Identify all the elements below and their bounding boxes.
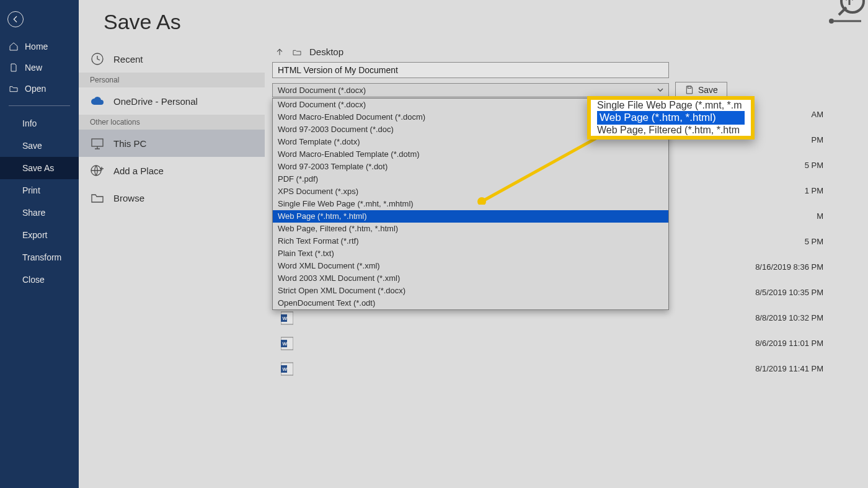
file-date: AM — [812, 110, 824, 119]
new-doc-icon — [9, 63, 19, 73]
word-doc-icon: W — [272, 336, 302, 351]
file-date: 1 PM — [805, 186, 823, 195]
nav-label: Share — [22, 208, 45, 218]
save-panel: Desktop Word Document (*.docx) Save Wor — [265, 39, 868, 488]
file-type-option[interactable]: Plain Text (*.txt) — [273, 247, 668, 260]
nav-label: Export — [22, 230, 47, 240]
svg-text:W: W — [283, 341, 288, 347]
file-type-selected: Word Document (*.docx) — [278, 86, 366, 95]
word-doc-icon: W — [272, 362, 302, 376]
nav-transform[interactable]: Transform — [0, 246, 79, 268]
file-type-option[interactable]: XPS Document (*.xps) — [273, 185, 668, 198]
word-doc-icon: W — [272, 311, 302, 326]
location-label: Browse — [113, 193, 144, 203]
location-browse[interactable]: Browse — [79, 184, 265, 211]
nav-save-as[interactable]: Save As — [0, 157, 79, 179]
nav-open[interactable]: Open — [0, 78, 79, 99]
nav-label: Save As — [22, 163, 54, 173]
location-this-pc[interactable]: This PC — [79, 130, 265, 157]
nav-close[interactable]: Close — [0, 268, 79, 291]
svg-text:W: W — [283, 316, 288, 321]
location-onedrive[interactable]: OneDrive - Personal — [79, 87, 265, 115]
nav-share[interactable]: Share — [0, 202, 79, 224]
nav-label: Info — [22, 118, 37, 128]
home-icon — [9, 42, 19, 51]
cloud-icon — [90, 94, 105, 109]
file-row[interactable]: W8/1/2019 11:41 PM — [272, 356, 861, 381]
zoom-callout: Single File Web Page (*.mnt, *.m Web Pag… — [587, 96, 755, 140]
nav-home[interactable]: Home — [0, 36, 79, 57]
svg-rect-1 — [92, 139, 103, 146]
nav-export[interactable]: Export — [0, 224, 79, 246]
path-row: Desktop — [272, 44, 861, 62]
callout-line-above: Single File Web Page (*.mnt, *.m — [597, 100, 745, 111]
back-button[interactable] — [7, 11, 24, 27]
nav-new[interactable]: New — [0, 57, 79, 78]
svg-text:W: W — [283, 366, 288, 372]
file-type-option[interactable]: OpenDocument Text (*.odt) — [273, 297, 668, 309]
file-date: M — [817, 211, 823, 221]
globe-plus-icon — [90, 163, 105, 178]
callout-line-selected: Web Page (*.htm, *.html) — [597, 111, 745, 125]
location-panel: Recent Personal OneDrive - Personal Othe… — [79, 39, 265, 488]
file-type-select[interactable]: Word Document (*.docx) — [272, 83, 669, 97]
save-icon — [684, 85, 694, 95]
backstage-sidebar: Home New Open Info Save Save As Print Sh… — [0, 0, 79, 488]
file-type-option[interactable]: PDF (*.pdf) — [273, 173, 668, 185]
filename-input[interactable] — [272, 62, 669, 78]
save-button-label: Save — [698, 85, 718, 95]
nav-info[interactable]: Info — [0, 112, 79, 135]
nav-label: New — [25, 63, 42, 73]
file-type-option[interactable]: Single File Web Page (*.mht, *.mhtml) — [273, 198, 668, 210]
file-type-option[interactable]: Web Page, Filtered (*.htm, *.html) — [273, 223, 668, 235]
file-date: PM — [812, 135, 824, 144]
callout-line-below: Web Page, Filtered (*.htm, *.htm — [597, 125, 745, 136]
location-label: Add a Place — [113, 166, 164, 176]
file-date: 8/16/2019 8:36 PM — [755, 262, 823, 272]
nav-separator — [9, 105, 70, 106]
nav-label: Transform — [22, 252, 61, 262]
file-date: 8/5/2019 10:35 PM — [755, 288, 823, 297]
file-date: 8/8/2019 10:32 PM — [755, 313, 823, 322]
open-folder-icon — [9, 84, 19, 94]
pc-icon — [90, 136, 105, 151]
location-label: Recent — [113, 54, 143, 64]
file-date: 5 PM — [805, 161, 823, 170]
arrow-left-icon — [11, 14, 20, 24]
nav-label: Home — [25, 42, 48, 51]
current-folder: Desktop — [309, 47, 343, 57]
section-other: Other locations — [79, 115, 265, 130]
page-title: Save As — [79, 0, 868, 39]
file-date: 8/6/2019 11:01 PM — [755, 339, 823, 348]
nav-label: Open — [25, 84, 46, 94]
svg-rect-3 — [688, 86, 691, 88]
file-date: 8/1/2019 11:41 PM — [755, 364, 823, 373]
nav-label: Save — [22, 141, 42, 151]
folder-open-icon — [292, 47, 302, 57]
file-type-option[interactable]: Strict Open XML Document (*.docx) — [273, 285, 668, 297]
file-type-option[interactable]: Word XML Document (*.xml) — [273, 260, 668, 272]
file-type-option[interactable]: Word 97-2003 Template (*.dot) — [273, 161, 668, 173]
up-arrow-icon[interactable] — [275, 47, 285, 57]
nav-label: Print — [22, 185, 40, 195]
file-type-option[interactable]: Word 2003 XML Document (*.xml) — [273, 272, 668, 285]
file-type-option[interactable]: Rich Text Format (*.rtf) — [273, 235, 668, 247]
folder-icon — [90, 190, 105, 205]
nav-label: Close — [22, 275, 45, 285]
file-type-option[interactable]: Word Macro-Enabled Template (*.dotm) — [273, 148, 668, 161]
nav-print[interactable]: Print — [0, 179, 79, 202]
location-label: OneDrive - Personal — [113, 96, 198, 107]
file-date: 5 PM — [805, 237, 823, 246]
file-type-option[interactable]: Web Page (*.htm, *.html) — [273, 210, 668, 223]
nav-save[interactable]: Save — [0, 135, 79, 157]
location-label: This PC — [113, 138, 146, 149]
chevron-down-icon — [657, 87, 663, 93]
location-add-place[interactable]: Add a Place — [79, 157, 265, 184]
content-area: Save As Recent Personal OneDrive - Perso… — [79, 0, 868, 488]
location-recent[interactable]: Recent — [79, 45, 265, 73]
section-personal: Personal — [79, 73, 265, 87]
file-row[interactable]: W8/6/2019 11:01 PM — [272, 331, 861, 356]
clock-icon — [90, 51, 105, 66]
